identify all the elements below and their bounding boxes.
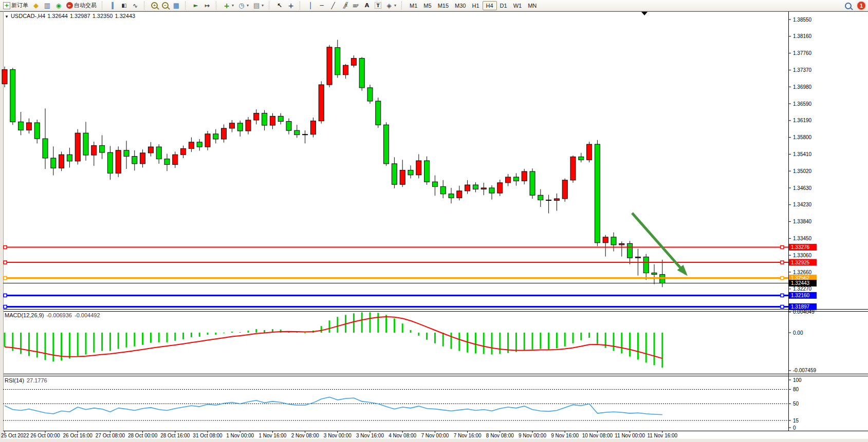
auto-scroll-icon: ► xyxy=(192,2,199,9)
vertical-line-button[interactable]: │ xyxy=(305,1,316,11)
fibonacci-button[interactable]: ≡F xyxy=(350,1,361,11)
candle-chart-button[interactable]: ▮▯ xyxy=(118,1,130,11)
shapes-button[interactable]: ◈▾ xyxy=(383,1,398,11)
trendline-button[interactable]: ╱ xyxy=(327,1,339,11)
timeframe-button-MN[interactable]: MN xyxy=(525,2,540,10)
tile-windows-button[interactable]: ▦ xyxy=(171,1,182,11)
svg-text:0.00: 0.00 xyxy=(793,330,803,336)
svg-text:1.34630: 1.34630 xyxy=(793,185,812,191)
horizontal-line-button[interactable]: ─ xyxy=(316,1,327,11)
line-anchor[interactable] xyxy=(781,294,784,297)
signal-button[interactable]: ◉ xyxy=(53,1,64,11)
toolbar-group: +▾◷▾▤▾ xyxy=(221,1,266,11)
svg-text:3 Nov 16:00: 3 Nov 16:00 xyxy=(356,433,384,438)
svg-text:4 Nov 08:00: 4 Nov 08:00 xyxy=(389,433,416,438)
notification-badge[interactable]: 1 xyxy=(857,1,866,10)
timeframe-button-D1[interactable]: D1 xyxy=(497,2,510,10)
svg-text:100: 100 xyxy=(793,377,802,383)
templates-icon: ▤ xyxy=(253,2,260,9)
text-label-icon: T xyxy=(375,2,381,9)
cursor-button[interactable]: ↖ xyxy=(274,1,285,11)
line-anchor[interactable] xyxy=(781,305,784,309)
chevron-down-icon[interactable]: ▾ xyxy=(262,3,264,8)
chart-menu-icon[interactable]: ▼ xyxy=(5,14,9,19)
text-button[interactable]: A xyxy=(361,1,373,11)
svg-text:1 Nov 16:00: 1 Nov 16:00 xyxy=(258,433,286,438)
autotrading-icon: ► xyxy=(66,2,73,9)
new-order-label: 新订单 xyxy=(11,2,28,9)
svg-text:1.32270: 1.32270 xyxy=(793,286,812,292)
chevron-down-icon[interactable]: ▾ xyxy=(232,3,234,8)
ohlc-high: 1.32987 xyxy=(70,13,90,19)
toolbar-group: ║▮▯∿ xyxy=(107,1,141,11)
tf-w1-label: W1 xyxy=(513,3,522,9)
chevron-down-icon[interactable]: ▾ xyxy=(394,3,396,8)
zoom-in-button[interactable]: + xyxy=(149,1,160,11)
cursor-icon: ↖ xyxy=(276,2,283,9)
svg-text:11 Nov 16:00: 11 Nov 16:00 xyxy=(647,433,677,438)
timeframe-button-H1[interactable]: H1 xyxy=(469,2,482,10)
svg-text:1.33060: 1.33060 xyxy=(793,253,812,258)
timeframe-button-M15[interactable]: M15 xyxy=(435,2,452,10)
timeframe-button-W1[interactable]: W1 xyxy=(510,2,525,10)
gold-button[interactable]: ◆ xyxy=(30,1,42,11)
timeframe-button-H4[interactable]: H4 xyxy=(483,1,497,10)
timeframe-button-M1[interactable]: M1 xyxy=(407,2,420,10)
tf-mn-label: MN xyxy=(528,3,537,9)
svg-text:1.38160: 1.38160 xyxy=(793,33,812,39)
bar-chart-button[interactable]: ║ xyxy=(107,1,118,11)
line-anchor[interactable] xyxy=(4,305,7,309)
auto-scroll-button[interactable]: ► xyxy=(190,1,201,11)
macd-main-value: -0.006936 xyxy=(46,312,72,318)
line-anchor[interactable] xyxy=(4,294,7,297)
shapes-icon: ◈ xyxy=(385,2,393,9)
svg-text:1.35800: 1.35800 xyxy=(793,134,812,140)
ohlc-close: 1.32443 xyxy=(115,13,135,19)
periods-button[interactable]: ◷▾ xyxy=(236,1,251,11)
line-anchor[interactable] xyxy=(4,246,7,249)
svg-text:1 Nov 00:00: 1 Nov 00:00 xyxy=(226,433,254,438)
market-watch-button[interactable]: ▥ xyxy=(42,1,53,11)
toolbar-group: ↖+ xyxy=(274,1,297,11)
svg-text:26 Oct 16:00: 26 Oct 16:00 xyxy=(63,433,93,438)
timeframe-button-M30[interactable]: M30 xyxy=(452,2,469,10)
line-anchor[interactable] xyxy=(781,246,784,249)
line-anchor[interactable] xyxy=(4,277,7,280)
svg-text:0.004049: 0.004049 xyxy=(793,309,815,315)
chevron-down-icon[interactable]: ▾ xyxy=(247,3,249,8)
svg-text:1.32925: 1.32925 xyxy=(791,260,810,265)
new-order-button[interactable]: +新订单 xyxy=(1,1,30,11)
svg-text:0: 0 xyxy=(793,425,796,431)
line-anchor[interactable] xyxy=(781,277,784,280)
text-label-button[interactable]: T xyxy=(373,1,383,11)
svg-text:27 Oct 08:00: 27 Oct 08:00 xyxy=(96,433,125,438)
toolbar-group: │─╱╱╱E≡FAT◈▾ xyxy=(305,1,398,11)
equidistant-channel-button[interactable]: ╱╱E xyxy=(339,1,350,11)
indicators-button[interactable]: +▾ xyxy=(221,1,236,11)
line-anchor[interactable] xyxy=(781,261,784,264)
svg-text:1.36980: 1.36980 xyxy=(793,84,812,90)
svg-text:2 Nov 08:00: 2 Nov 08:00 xyxy=(291,433,319,438)
svg-text:9 Nov 16:00: 9 Nov 16:00 xyxy=(551,433,579,438)
svg-text:1.37370: 1.37370 xyxy=(793,67,812,73)
svg-text:1.35410: 1.35410 xyxy=(793,151,812,157)
line-anchor[interactable] xyxy=(4,261,7,264)
search-icon[interactable] xyxy=(845,3,852,9)
svg-text:1.32160: 1.32160 xyxy=(791,293,810,298)
svg-text:50: 50 xyxy=(793,401,799,407)
timeframe-button-M5[interactable]: M5 xyxy=(420,2,434,10)
horizontal-line-icon: ─ xyxy=(318,2,325,9)
zoom-out-button[interactable]: − xyxy=(160,1,171,11)
autotrading-button[interactable]: ►自动交易 xyxy=(64,1,99,11)
rsi-indicator-label: RSI(14)27.1776 xyxy=(5,377,47,383)
crosshair-button[interactable]: + xyxy=(285,1,297,11)
templates-button[interactable]: ▤▾ xyxy=(251,1,266,11)
tf-m5-label: M5 xyxy=(423,3,431,9)
new-order-icon: + xyxy=(3,2,10,9)
chart-background xyxy=(0,11,868,442)
line-chart-button[interactable]: ∿ xyxy=(130,1,141,11)
gold-icon: ◆ xyxy=(32,2,40,9)
chart-shift-button[interactable]: ↦ xyxy=(201,1,213,11)
tf-m30-label: M30 xyxy=(455,3,466,9)
svg-text:1.38550: 1.38550 xyxy=(793,17,812,23)
